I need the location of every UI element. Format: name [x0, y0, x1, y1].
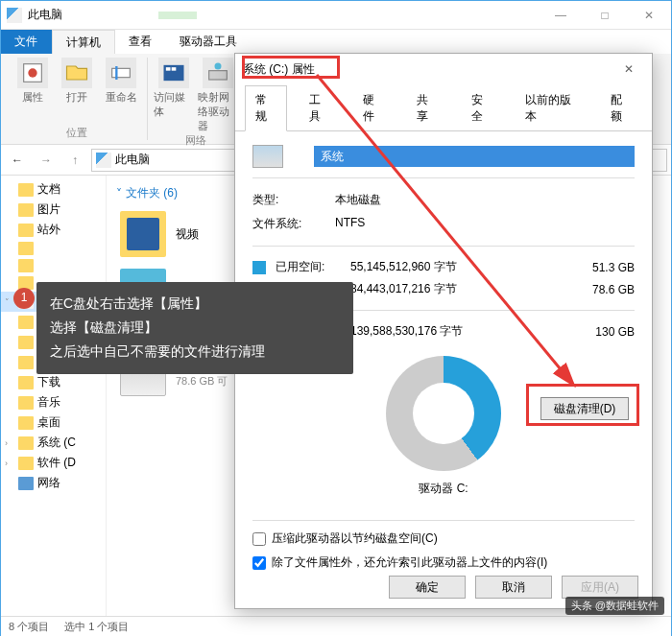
ribbon-open[interactable]: 打开	[57, 58, 97, 126]
used-bytes: 55,145,512,960 字节	[350, 259, 567, 275]
type-label: 类型:	[252, 192, 335, 208]
drive-label: 驱动器 C:	[252, 481, 635, 497]
used-label: 已用空间:	[276, 259, 350, 275]
status-count: 8 个项目	[9, 620, 49, 634]
tree-node[interactable]: 图片	[1, 200, 106, 220]
tree-node[interactable]: 下载	[1, 372, 106, 392]
apply-button[interactable]: 应用(A)	[562, 576, 638, 599]
dialog-tab[interactable]: 以前的版本	[515, 85, 588, 131]
type-value: 本地磁盘	[335, 192, 635, 208]
dialog-tabs: 常规工具硬件共享安全以前的版本配额	[235, 84, 652, 131]
dialog-tab[interactable]: 配额	[600, 85, 642, 131]
window-title: 此电脑	[28, 7, 62, 23]
svg-rect-6	[172, 67, 177, 71]
tree-node[interactable]: ›软件 (D	[1, 453, 106, 473]
explorer-titlebar: 此电脑 — □ ✕	[1, 1, 671, 30]
callout-number: 1	[13, 288, 35, 309]
callout-line3: 之后选中自己不需要的文件进行清理	[50, 340, 340, 364]
dialog-close[interactable]: ✕	[613, 58, 644, 81]
used-gb: 51.3 GB	[567, 261, 635, 274]
volume-label-input[interactable]	[314, 146, 635, 167]
free-bytes: 84,443,017,216 字节	[350, 281, 567, 297]
ribbon-group-network: 网络	[185, 133, 206, 148]
used-color-swatch	[252, 261, 266, 274]
ribbon-rename[interactable]: 重命名	[101, 58, 141, 126]
annotation-highlight-title	[242, 56, 340, 79]
svg-rect-2	[112, 68, 131, 77]
fs-value: NTFS	[335, 216, 635, 232]
index-checkbox[interactable]: 除了文件属性外，还允许索引此驱动器上文件的内容(I)	[252, 554, 635, 571]
tab-view[interactable]: 查看	[115, 30, 166, 54]
callout-line2: 选择【磁盘清理】	[50, 316, 340, 340]
tree-node[interactable]: ›系统 (C	[1, 433, 106, 453]
ribbon-group-location: 位置	[66, 126, 87, 140]
dialog-tab[interactable]: 常规	[245, 85, 287, 131]
annotation-callout: 1 在C盘处右击选择【属性】 选择【磁盘清理】 之后选中自己不需要的文件进行清理	[36, 282, 353, 374]
pc-icon	[7, 8, 22, 23]
watermark: 头条 @数据蛙软件	[565, 597, 664, 615]
tab-file[interactable]: 文件	[1, 30, 52, 54]
tree-node[interactable]: 网络	[1, 473, 106, 493]
status-bar: 8 个项目 选中 1 个项目	[1, 616, 671, 636]
tree-node[interactable]: 站外	[1, 220, 106, 240]
dialog-tab[interactable]: 工具	[299, 85, 341, 131]
ribbon-properties[interactable]: 属性	[12, 58, 53, 126]
nav-forward[interactable]: →	[34, 148, 59, 173]
close-button[interactable]: ✕	[627, 1, 671, 30]
svg-point-1	[28, 68, 36, 77]
fs-label: 文件系统:	[252, 216, 335, 232]
status-selected: 选中 1 个项目	[64, 620, 129, 634]
menu-tabs: 文件 计算机 查看 驱动器工具	[1, 30, 671, 54]
nav-up[interactable]: ↑	[62, 148, 87, 173]
total-bytes: 139,588,530,176 字节	[350, 323, 567, 340]
ok-button[interactable]: 确定	[389, 576, 466, 599]
drive-icon	[252, 145, 283, 168]
breadcrumb-text: 此电脑	[115, 152, 150, 168]
tab-computer[interactable]: 计算机	[52, 30, 115, 54]
cancel-button[interactable]: 取消	[475, 576, 552, 599]
dialog-tab[interactable]: 共享	[406, 85, 448, 131]
nav-tree: 文档图片站外˅此电脑视频图片文档下载音乐桌面›系统 (C›软件 (D网络	[1, 176, 107, 616]
videos-icon	[120, 211, 166, 257]
pc-icon	[96, 153, 111, 168]
tree-node[interactable]	[1, 257, 106, 274]
tree-node[interactable]: 文档	[1, 179, 106, 200]
tree-node[interactable]: 桌面	[1, 412, 106, 433]
compress-checkbox[interactable]: 压缩此驱动器以节约磁盘空间(C)	[252, 530, 635, 547]
free-gb: 78.6 GB	[567, 283, 635, 296]
dialog-tab[interactable]: 安全	[461, 85, 503, 131]
minimize-button[interactable]: —	[539, 1, 583, 30]
callout-line1: 在C盘处右击选择【属性】	[50, 292, 340, 316]
dialog-tab[interactable]: 硬件	[352, 85, 395, 131]
ribbon-media[interactable]: 访问媒体	[154, 58, 194, 133]
tab-drive-tools[interactable]: 驱动器工具	[166, 30, 252, 54]
annotation-highlight-cleanup	[526, 384, 639, 426]
svg-rect-7	[209, 71, 228, 80]
tree-node[interactable]: 音乐	[1, 392, 106, 412]
tree-node[interactable]	[1, 240, 106, 257]
contextual-tab-manage[interactable]	[158, 12, 197, 19]
total-gb: 130 GB	[567, 325, 635, 339]
ribbon-map-drive[interactable]: 映射网络驱动器	[198, 58, 238, 133]
svg-point-8	[215, 63, 222, 70]
usage-donut-chart	[386, 356, 501, 471]
maximize-button[interactable]: □	[583, 1, 627, 30]
svg-rect-5	[166, 67, 171, 71]
nav-back[interactable]: ←	[5, 148, 30, 173]
